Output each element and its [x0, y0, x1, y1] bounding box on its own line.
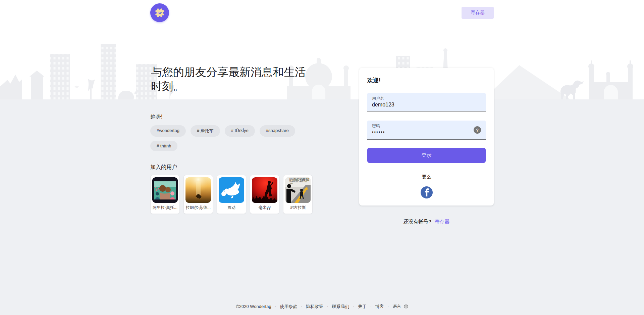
footer-link-privacy[interactable]: 隐私政策	[306, 304, 323, 309]
trend-tag-motorcycle[interactable]: # 摩托车	[191, 125, 220, 137]
or-divider: 要么	[367, 174, 486, 180]
joined-users-title: 加入的用户	[150, 164, 338, 171]
no-account-row: 还没有帐号? 寄存器	[359, 219, 494, 225]
trend-tag-wondertag[interactable]: #wondertag	[150, 125, 186, 137]
footer-link-blog[interactable]: 博客	[375, 304, 384, 309]
footer-separator: ·	[275, 304, 276, 309]
user-card[interactable]: 阿里拉·奥托...	[150, 175, 180, 214]
login-panel: 欢迎! 用户名 密码 ? 登录 要么	[359, 68, 494, 230]
meme-avatar: AS LONG AS YOU BELIEVE IN YOURSELF THERE…	[285, 177, 311, 203]
footer-link-terms[interactable]: 使用条款	[280, 304, 297, 309]
top-navigation: w 寄存器	[150, 0, 494, 26]
register-link[interactable]: 寄存器	[435, 219, 450, 224]
password-label: 密码	[372, 123, 481, 129]
facebook-icon	[421, 186, 433, 198]
login-card: 欢迎! 用户名 密码 ? 登录 要么	[359, 68, 494, 206]
footer: ©2020 Wondertag · 使用条款 · 隐私政策 · 联系我们 · 关…	[0, 304, 644, 310]
page: w 寄存器 与您的朋友分享最新消息和生活时刻。 趋势! #wondertag #…	[0, 0, 644, 315]
divider-label: 要么	[422, 174, 431, 180]
concert-avatar	[252, 177, 277, 203]
user-card[interactable]: 震动	[217, 175, 246, 214]
divider-line	[367, 177, 418, 177]
footer-link-contact[interactable]: 联系我们	[332, 304, 349, 309]
footer-separator: ·	[353, 304, 354, 309]
username-input[interactable]	[372, 101, 481, 109]
login-button[interactable]: 登录	[367, 148, 486, 163]
logo-letter: w	[158, 10, 162, 15]
footer-separator: ·	[327, 304, 328, 309]
left-column: 趋势! #wondertag # 摩托车 # tÜrkİye #snapshar…	[150, 99, 338, 214]
wondertag-logo[interactable]: w	[150, 3, 169, 22]
user-name: 拉胡尔·苏德...	[185, 205, 211, 210]
trending-title: 趋势!	[150, 114, 338, 121]
password-input[interactable]	[372, 129, 470, 136]
user-card[interactable]: 毫米yy	[250, 175, 279, 214]
divider-line	[435, 177, 486, 177]
trend-tag-snapshare[interactable]: #snapshare	[260, 125, 295, 137]
user-card[interactable]: AS LONG AS YOU BELIEVE IN YOURSELF THERE…	[283, 175, 313, 214]
header-register-button[interactable]: 寄存器	[462, 7, 494, 19]
hero-heading: 与您的朋友分享最新消息和生活时刻。	[151, 65, 312, 93]
user-card[interactable]: 拉胡尔·苏德...	[183, 175, 213, 214]
hero-section: w 寄存器 与您的朋友分享最新消息和生活时刻。	[0, 0, 644, 99]
footer-link-language[interactable]: 语言	[392, 304, 401, 309]
facebook-login-button[interactable]	[421, 186, 433, 198]
footer-separator: ·	[301, 304, 302, 309]
meme-caption: AS LONG AS YOU BELIEVE IN YOURSELF THERE…	[289, 178, 310, 184]
password-field[interactable]: 密码 ?	[367, 121, 486, 140]
footer-link-about[interactable]: 关于	[358, 304, 367, 309]
globe-icon[interactable]	[404, 304, 408, 309]
copyright: ©2020 Wondertag	[236, 304, 271, 309]
trend-tag-turkiye[interactable]: # tÜrkİye	[225, 125, 255, 137]
sunset-turtle-avatar	[185, 177, 211, 203]
no-account-text: 还没有帐号?	[403, 219, 431, 224]
username-field[interactable]: 用户名	[367, 93, 486, 111]
username-label: 用户名	[372, 96, 481, 101]
hashtag-logo-icon: w	[154, 7, 165, 18]
user-name: 尼古拉斯	[285, 205, 311, 210]
trend-tag-thanh[interactable]: # thành	[150, 141, 177, 151]
user-name: 阿里拉·奥托...	[152, 205, 178, 210]
main-section: 趋势! #wondertag # 摩托车 # tÜrkİye #snapshar…	[0, 99, 644, 315]
baby-photo-avatar	[152, 177, 178, 203]
footer-separator: ·	[387, 304, 389, 309]
blue-dove-avatar	[219, 177, 244, 203]
password-help-icon[interactable]: ?	[474, 126, 481, 134]
trending-tags: #wondertag # 摩托车 # tÜrkİye #snapshare # …	[150, 125, 308, 151]
joined-users-list: 阿里拉·奥托...	[150, 175, 338, 214]
user-name: 震动	[219, 205, 244, 210]
social-login	[367, 186, 486, 198]
user-name: 毫米yy	[252, 205, 277, 210]
login-title: 欢迎!	[367, 77, 486, 84]
footer-separator: ·	[370, 304, 372, 309]
